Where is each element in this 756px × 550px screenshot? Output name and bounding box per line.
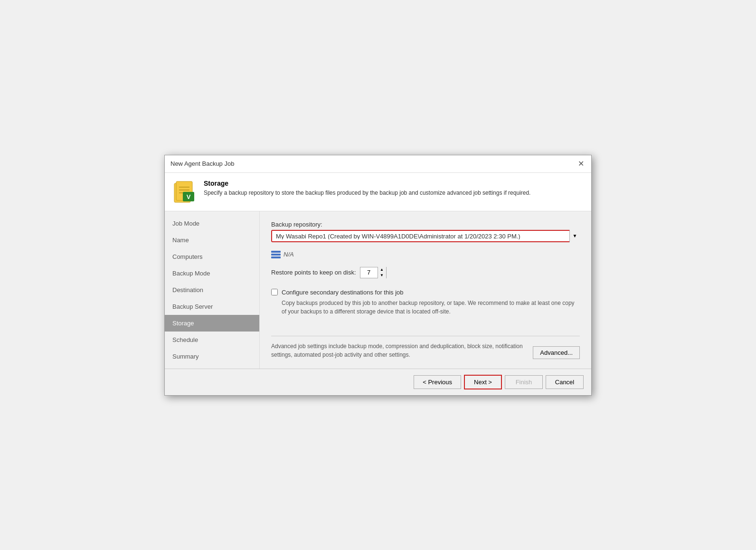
configure-secondary-section: Configure secondary destinations for thi… xyxy=(271,289,580,316)
sidebar-item-label: Backup Mode xyxy=(172,270,210,277)
close-button[interactable]: ✕ xyxy=(576,159,586,169)
dialog: New Agent Backup Job ✕ V Storage Specify… xyxy=(164,155,592,396)
finish-button[interactable]: Finish xyxy=(505,375,543,389)
advanced-button[interactable]: Advanced... xyxy=(533,346,580,359)
database-icon xyxy=(271,251,281,258)
sidebar-item-name[interactable]: Name xyxy=(165,232,259,248)
configure-secondary-desc: Copy backups produced by this job to ano… xyxy=(282,299,580,316)
header-section: V Storage Specify a backup repository to… xyxy=(165,173,591,211)
repo-dropdown[interactable]: My Wasabi Repo1 (Created by WIN-V4899A1D… xyxy=(271,230,580,242)
backup-repo-section: Backup repository: My Wasabi Repo1 (Crea… xyxy=(271,221,580,242)
na-row: N/A xyxy=(271,251,580,258)
configure-secondary-label[interactable]: Configure secondary destinations for thi… xyxy=(282,289,404,296)
restore-points-label: Restore points to keep on disk: xyxy=(271,269,356,276)
configure-secondary-checkbox[interactable] xyxy=(271,289,278,295)
title-bar: New Agent Backup Job ✕ xyxy=(165,155,591,173)
sidebar-item-storage[interactable]: Storage xyxy=(165,315,259,332)
spinner-buttons: ▲ ▼ xyxy=(378,267,386,278)
repo-dropdown-wrapper: My Wasabi Repo1 (Created by WIN-V4899A1D… xyxy=(271,230,580,242)
bottom-section: Advanced job settings include backup mod… xyxy=(271,336,580,359)
footer: < Previous Next > Finish Cancel xyxy=(165,369,591,395)
sidebar-item-job-mode[interactable]: Job Mode xyxy=(165,215,259,232)
previous-button[interactable]: < Previous xyxy=(414,375,461,389)
sidebar-item-label: Computers xyxy=(172,253,203,260)
sidebar-item-backup-server[interactable]: Backup Server xyxy=(165,298,259,315)
sidebar-item-schedule[interactable]: Schedule xyxy=(165,332,259,348)
sidebar-item-label: Summary xyxy=(172,353,199,360)
main-content: Backup repository: My Wasabi Repo1 (Crea… xyxy=(260,211,591,369)
sidebar-item-label: Destination xyxy=(172,286,203,294)
sidebar-item-label: Name xyxy=(172,237,189,244)
header-text: Storage Specify a backup repository to s… xyxy=(204,180,530,197)
sidebar-item-label: Schedule xyxy=(172,336,198,343)
storage-icon: V xyxy=(172,180,197,204)
dialog-title: New Agent Backup Job xyxy=(170,160,234,167)
sidebar-item-label: Storage xyxy=(172,320,194,327)
backup-repo-row: My Wasabi Repo1 (Created by WIN-V4899A1D… xyxy=(271,230,580,242)
spacer xyxy=(271,322,580,329)
advanced-desc: Advanced job settings include backup mod… xyxy=(271,342,528,359)
spinner-down-button[interactable]: ▼ xyxy=(378,273,386,278)
restore-points-input[interactable] xyxy=(360,267,378,278)
cancel-button[interactable]: Cancel xyxy=(546,375,584,389)
configure-checkbox-row: Configure secondary destinations for thi… xyxy=(271,289,580,296)
sidebar-item-backup-mode[interactable]: Backup Mode xyxy=(165,265,259,282)
sidebar-item-computers[interactable]: Computers xyxy=(165,248,259,265)
header-title: Storage xyxy=(204,180,530,187)
spinner-up-button[interactable]: ▲ xyxy=(378,267,386,273)
backup-repo-label: Backup repository: xyxy=(271,221,580,228)
sidebar: Job Mode Name Computers Backup Mode Dest… xyxy=(165,211,260,369)
content-area: Job Mode Name Computers Backup Mode Dest… xyxy=(165,211,591,369)
header-description: Specify a backup repository to store the… xyxy=(204,189,530,197)
sidebar-item-destination[interactable]: Destination xyxy=(165,282,259,298)
next-button[interactable]: Next > xyxy=(464,375,502,389)
restore-points-row: Restore points to keep on disk: ▲ ▼ xyxy=(271,267,580,278)
sidebar-item-label: Backup Server xyxy=(172,303,213,310)
restore-points-spinner: ▲ ▼ xyxy=(360,267,387,278)
sidebar-item-label: Job Mode xyxy=(172,220,199,227)
sidebar-item-summary[interactable]: Summary xyxy=(165,348,259,365)
svg-text:V: V xyxy=(187,193,191,200)
na-text: N/A xyxy=(284,251,294,258)
